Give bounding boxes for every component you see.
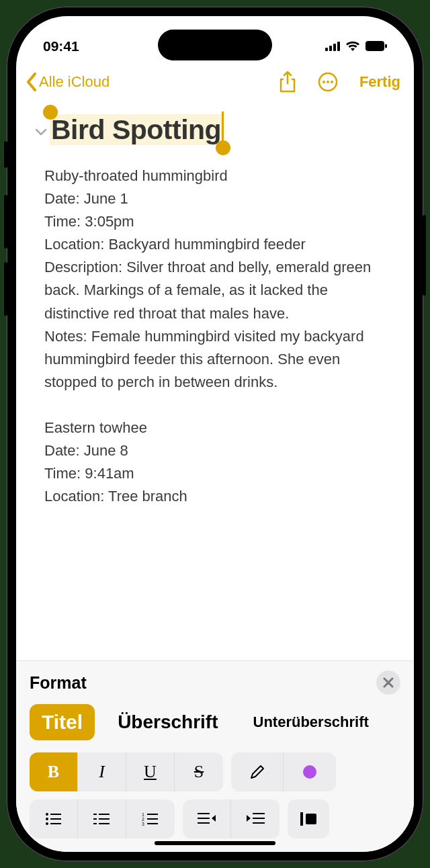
close-button[interactable] <box>376 670 400 695</box>
svg-point-9 <box>331 81 333 83</box>
block-quote-icon <box>300 812 316 826</box>
numbered-list-icon: 123 <box>142 812 159 826</box>
svg-rect-19 <box>99 818 110 820</box>
body-line: Location: Backyard hummingbird feeder <box>44 233 395 256</box>
list-group: 123 <box>30 799 175 838</box>
body-line: Description: Silver throat and belly, em… <box>44 256 395 324</box>
svg-rect-0 <box>325 48 328 51</box>
numbered-list-button[interactable]: 123 <box>126 799 175 838</box>
svg-rect-27 <box>147 823 158 824</box>
svg-rect-1 <box>329 46 332 51</box>
indent-group <box>183 799 280 838</box>
svg-rect-25 <box>147 818 158 820</box>
dynamic-island <box>158 30 272 60</box>
done-button[interactable]: Fertig <box>359 73 400 91</box>
note-content[interactable]: Bird Spotting Ruby-throated hummingbird … <box>16 101 414 660</box>
svg-rect-21 <box>99 823 110 824</box>
svg-rect-20 <box>93 823 97 824</box>
indent-icon <box>246 812 265 826</box>
body-line: Date: June 8 <box>44 439 395 462</box>
bold-button[interactable]: B <box>30 752 78 791</box>
back-button[interactable]: Alle iCloud <box>26 73 273 91</box>
dash-list-button[interactable] <box>78 799 126 838</box>
note-title[interactable]: Bird Spotting <box>50 114 222 145</box>
svg-rect-2 <box>333 44 336 51</box>
collapse-icon[interactable] <box>35 126 47 138</box>
indent-button[interactable] <box>231 799 280 838</box>
svg-rect-16 <box>93 814 97 815</box>
bullet-list-button[interactable] <box>30 799 78 838</box>
svg-rect-18 <box>93 818 97 820</box>
share-icon[interactable] <box>279 71 296 93</box>
wifi-icon <box>345 38 360 54</box>
status-time: 09:41 <box>43 38 79 54</box>
svg-rect-23 <box>147 814 158 815</box>
highlight-button[interactable] <box>231 752 284 791</box>
body-line: Eastern towhee <box>44 417 395 439</box>
svg-rect-32 <box>253 818 265 819</box>
note-body[interactable]: Ruby-throated hummingbird Date: June 1 T… <box>44 165 395 508</box>
bullet-list-icon <box>45 812 62 826</box>
home-indicator[interactable] <box>155 841 275 845</box>
svg-point-8 <box>327 81 329 83</box>
svg-rect-4 <box>366 41 384 51</box>
svg-rect-33 <box>253 822 265 824</box>
format-heading: Format <box>30 673 87 693</box>
body-line: Location: Tree branch <box>44 485 395 508</box>
body-line: Notes: Female hummingbird visited my bac… <box>44 325 395 394</box>
body-line: Ruby-throated hummingbird <box>44 165 395 187</box>
svg-rect-15 <box>50 823 61 824</box>
highlight-group <box>231 752 336 791</box>
svg-rect-17 <box>99 814 110 815</box>
style-subheading[interactable]: Unterüberschrift <box>241 707 381 738</box>
svg-point-14 <box>46 822 48 825</box>
svg-rect-11 <box>50 814 61 815</box>
strikethrough-button[interactable]: S <box>175 752 223 791</box>
outdent-icon <box>198 812 216 826</box>
svg-rect-28 <box>198 813 210 814</box>
body-line: Time: 3:05pm <box>44 210 395 233</box>
underline-button[interactable]: U <box>126 752 175 791</box>
svg-point-12 <box>46 818 48 820</box>
color-swatch-icon <box>303 765 316 779</box>
block-quote-button[interactable] <box>288 799 329 838</box>
svg-point-7 <box>322 81 325 83</box>
selection-handle-start[interactable] <box>43 105 58 120</box>
svg-rect-29 <box>198 818 210 819</box>
format-panel: Format Titel Überschrift Unterüberschrif… <box>16 660 414 852</box>
outdent-button[interactable] <box>183 799 231 838</box>
navigation-bar: Alle iCloud Fertig <box>16 63 414 101</box>
more-icon[interactable] <box>318 72 338 92</box>
highlight-color-button[interactable] <box>284 752 336 791</box>
svg-point-10 <box>46 813 48 816</box>
svg-rect-34 <box>300 812 303 826</box>
style-heading[interactable]: Überschrift <box>105 705 230 740</box>
cellular-icon <box>325 38 340 54</box>
battery-icon <box>366 38 387 54</box>
svg-text:3: 3 <box>142 822 144 826</box>
italic-button[interactable]: I <box>78 752 126 791</box>
style-title[interactable]: Titel <box>30 704 95 740</box>
svg-rect-3 <box>337 42 340 51</box>
pencil-icon <box>249 763 266 781</box>
body-line: Time: 9:41am <box>44 462 395 485</box>
svg-text:2: 2 <box>142 817 144 822</box>
block-quote-group <box>288 799 329 838</box>
svg-rect-5 <box>385 44 387 48</box>
svg-rect-13 <box>50 818 61 820</box>
back-label: Alle iCloud <box>39 73 110 91</box>
svg-rect-35 <box>306 814 316 824</box>
svg-rect-30 <box>198 822 210 824</box>
svg-rect-31 <box>253 813 265 814</box>
body-line: Date: June 1 <box>44 187 395 210</box>
inline-style-group: B I U S <box>30 752 223 791</box>
paragraph-style-row: Titel Überschrift Unterüberschrift <box>30 704 400 740</box>
svg-text:1: 1 <box>142 812 144 817</box>
selection-handle-end[interactable] <box>216 140 230 155</box>
dash-list-icon <box>93 812 111 826</box>
